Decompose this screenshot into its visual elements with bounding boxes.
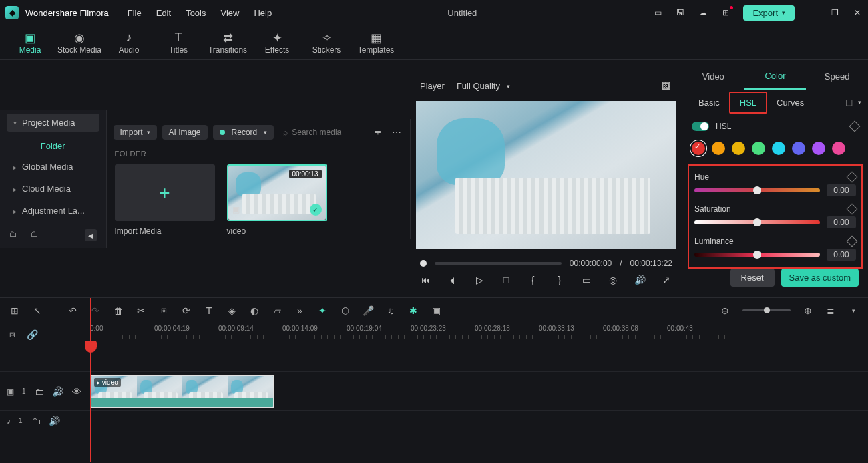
module-effects[interactable]: ✦Effects	[252, 31, 302, 55]
zoom-in-button[interactable]: ⊕	[803, 305, 813, 316]
redo-button[interactable]: ↷	[90, 305, 101, 316]
filter-icon[interactable]: ⫧	[371, 127, 385, 138]
device-icon[interactable]: ▭	[652, 8, 663, 17]
new-folder-icon[interactable]: 🗀	[9, 229, 21, 241]
new-bin-icon[interactable]: 🗀	[31, 229, 43, 241]
project-media-header[interactable]: ▾Project Media	[7, 114, 99, 132]
crop-button[interactable]: ⧇	[158, 305, 169, 316]
tl-cursor-icon[interactable]: ↖	[32, 305, 43, 316]
import-media-card[interactable]: +	[115, 164, 215, 221]
module-stock-media[interactable]: ◉Stock Media	[55, 31, 104, 55]
import-button[interactable]: Import▾	[114, 125, 157, 140]
minimize-button[interactable]: —	[807, 8, 817, 17]
more-tl-icon[interactable]: »	[294, 305, 305, 316]
saturation-slider[interactable]	[694, 220, 820, 224]
saturation-value[interactable]: 0.00	[827, 216, 856, 228]
more-icon[interactable]: ⋯	[390, 127, 403, 138]
display-icon[interactable]: ▭	[580, 275, 592, 285]
zoom-slider[interactable]	[742, 309, 791, 311]
link-icon[interactable]: 🔗	[27, 329, 37, 340]
marker-icon[interactable]: ✱	[408, 305, 419, 316]
menu-edit[interactable]: Edit	[156, 8, 171, 18]
search-input[interactable]	[292, 128, 366, 137]
fullscreen-icon[interactable]: ⤢	[660, 275, 672, 285]
delete-button[interactable]: 🗑	[113, 305, 124, 316]
video-preview[interactable]	[416, 101, 676, 249]
camera-icon[interactable]: ◎	[607, 275, 619, 285]
step-back-button[interactable]: ⏴	[447, 275, 459, 285]
module-titles[interactable]: TTitles	[154, 31, 203, 55]
media-clip-thumb[interactable]: 00:00:13 ▣ ✓	[227, 164, 327, 221]
mark-out-button[interactable]: }	[554, 275, 566, 285]
shield-icon[interactable]: ⬡	[340, 305, 351, 316]
compare-icon[interactable]: ◫	[845, 98, 853, 107]
scrub-track[interactable]	[435, 262, 562, 265]
menu-tools[interactable]: Tools	[186, 8, 206, 18]
play-button[interactable]: ▷	[473, 275, 485, 285]
playhead[interactable]	[90, 298, 91, 462]
prev-frame-button[interactable]: ⏮	[420, 275, 432, 285]
speed-icon[interactable]: ⟳	[181, 305, 192, 316]
audio-mute-icon[interactable]: 🔊	[49, 416, 60, 426]
track-visibility-icon[interactable]: 👁	[71, 386, 82, 397]
swatch-yellow[interactable]	[732, 142, 745, 155]
swatch-orange[interactable]	[712, 142, 725, 155]
hsl-toggle[interactable]	[692, 122, 709, 131]
subtab-curves[interactable]: Curves	[767, 93, 813, 112]
time-ruler[interactable]: 0:0000:00:04:1900:00:09:1400:00:14:0900:…	[90, 323, 868, 345]
hue-value[interactable]: 0.00	[827, 184, 856, 196]
volume-icon[interactable]: 🔊	[634, 275, 646, 285]
track-lock-icon[interactable]: 🗀	[34, 386, 45, 397]
tl-grid-icon[interactable]: ⊞	[9, 305, 20, 316]
menu-help[interactable]: Help	[254, 8, 272, 18]
luminance-value[interactable]: 0.00	[827, 249, 856, 261]
close-button[interactable]: ✕	[852, 8, 863, 17]
zoom-out-button[interactable]: ⊖	[720, 305, 730, 316]
quality-select[interactable]: Full Quality▾	[457, 81, 510, 91]
swatch-purple[interactable]	[812, 142, 825, 155]
sidebar-item-cloud-media[interactable]: Cloud Media	[7, 178, 99, 199]
save-custom-button[interactable]: Save as custom	[781, 269, 859, 287]
scrub-knob[interactable]	[420, 260, 427, 267]
split-button[interactable]: ✂	[136, 305, 146, 316]
module-media[interactable]: ▣Media	[5, 31, 55, 55]
sidebar-item-global-media[interactable]: Global Media	[7, 156, 99, 177]
track-height-icon[interactable]: ≣	[825, 305, 836, 316]
luminance-slider[interactable]	[694, 253, 820, 257]
tab-color[interactable]: Color	[744, 63, 807, 90]
swatch-cyan[interactable]	[772, 142, 785, 155]
module-audio[interactable]: ♪Audio	[104, 31, 154, 55]
track-mute-icon[interactable]: 🔊	[53, 386, 63, 397]
tab-speed[interactable]: Speed	[806, 64, 868, 89]
hue-keyframe-button[interactable]	[847, 172, 858, 183]
reset-button[interactable]: Reset	[730, 269, 775, 287]
apps-icon[interactable]: ⊞	[720, 8, 731, 17]
keyframe-icon[interactable]: ◈	[226, 305, 237, 316]
swatch-red[interactable]	[692, 142, 705, 155]
luminance-keyframe-button[interactable]	[847, 236, 858, 247]
subtab-hsl[interactable]: HSL	[729, 92, 767, 114]
ai-icon[interactable]: ✦	[317, 305, 328, 316]
mask-icon[interactable]: ▱	[272, 305, 282, 316]
text-icon[interactable]: T	[204, 305, 214, 316]
compare-chevron-icon[interactable]: ▾	[858, 99, 861, 106]
cloud-icon[interactable]: ☁	[698, 8, 708, 17]
module-templates[interactable]: ▦Templates	[351, 31, 401, 55]
hsl-keyframe-button[interactable]	[849, 121, 861, 132]
folder-link[interactable]: Folder	[7, 136, 99, 156]
module-stickers[interactable]: ✧Stickers	[302, 31, 351, 55]
hue-slider[interactable]	[694, 188, 820, 192]
menu-file[interactable]: File	[128, 8, 142, 18]
record-button[interactable]: Record▾	[213, 125, 274, 140]
mic-icon[interactable]: 🎤	[363, 305, 373, 316]
undo-button[interactable]: ↶	[67, 305, 78, 316]
collapse-sidebar-button[interactable]: ◀	[85, 229, 97, 241]
magnet-icon[interactable]: ⧈	[7, 329, 17, 340]
render-icon[interactable]: ▣	[431, 305, 441, 316]
audio-lock-icon[interactable]: 🗀	[31, 416, 41, 426]
subtab-basic[interactable]: Basic	[689, 93, 729, 112]
save-icon[interactable]: 🖫	[675, 8, 686, 17]
maximize-button[interactable]: ❐	[829, 8, 840, 17]
saturation-keyframe-button[interactable]	[847, 204, 858, 215]
swatch-magenta[interactable]	[832, 142, 845, 155]
